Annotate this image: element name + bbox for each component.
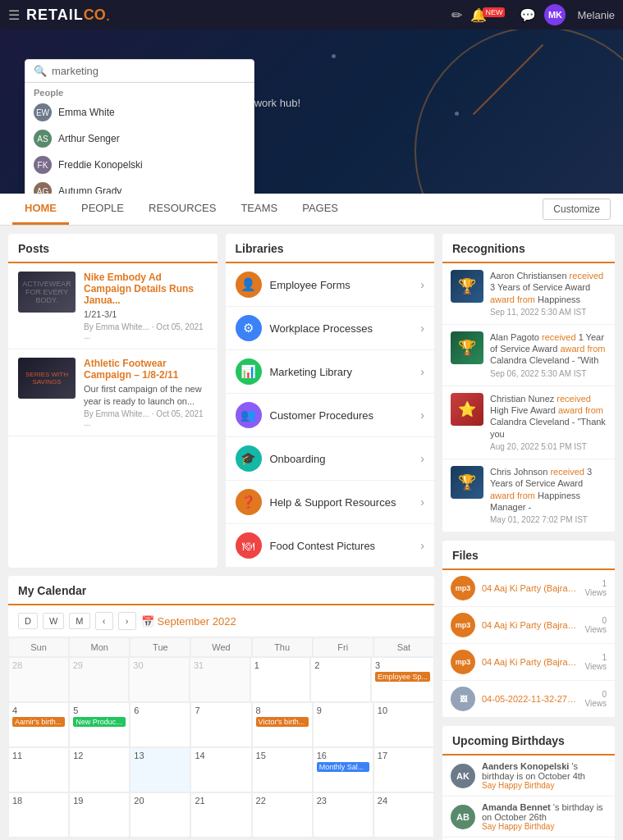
file-views-1: 1Views bbox=[585, 579, 607, 597]
rec-date-4: May 01, 2022 7:02 PM IST bbox=[490, 514, 607, 525]
post-item-1[interactable]: ACTIVEWEAR FOR EVERY BODY. Nike Embody A… bbox=[8, 263, 218, 349]
cal-cell[interactable]: 22 bbox=[252, 792, 313, 838]
tab-resources[interactable]: RESOURCES bbox=[136, 194, 228, 225]
file-item-4[interactable]: 🖼 04-05-2022-11-32-27.png 0Views bbox=[442, 681, 615, 718]
cal-cell[interactable]: 29 bbox=[69, 657, 130, 702]
cal-next-btn[interactable]: › bbox=[118, 612, 136, 630]
user-avatar[interactable]: MK bbox=[544, 4, 566, 25]
file-item-3[interactable]: mp3 04 Aaj Ki Party (Bajrangi Bhaijaan..… bbox=[442, 644, 615, 681]
lib-arrow: › bbox=[420, 322, 424, 335]
cell-num: 1 bbox=[254, 660, 259, 670]
lib-arrow: › bbox=[420, 365, 424, 378]
cal-cell[interactable]: 1 bbox=[250, 657, 311, 702]
cal-cell[interactable]: 16 Monthly Sal... bbox=[313, 747, 373, 792]
cal-cell[interactable]: 31 bbox=[190, 657, 250, 702]
cal-cell[interactable]: 19 bbox=[69, 792, 130, 838]
cell-num: 14 bbox=[195, 751, 204, 760]
search-person-arthur[interactable]: AS Arthur Senger bbox=[25, 126, 254, 152]
search-input[interactable] bbox=[52, 65, 245, 77]
file-views-4: 0Views bbox=[585, 690, 607, 708]
day-view-btn[interactable]: D bbox=[18, 613, 38, 629]
week-view-btn[interactable]: W bbox=[43, 613, 64, 629]
cal-cell[interactable]: 3 Employee Sp... bbox=[371, 657, 434, 702]
day-header-fri: Fri bbox=[313, 637, 373, 657]
tab-home[interactable]: HOME bbox=[12, 194, 69, 225]
chat-icon[interactable]: 💬 bbox=[520, 7, 536, 23]
lib-icon-workplace-processes: ⚙ bbox=[236, 315, 262, 341]
post-content-2: Athletic Footwear Campaign – 1/8-2/11 Ou… bbox=[84, 358, 208, 427]
cell-num: 23 bbox=[317, 796, 327, 806]
cell-num: 18 bbox=[12, 796, 22, 806]
rec-name: Chris Johnson bbox=[490, 467, 550, 477]
cal-cell[interactable]: 13 bbox=[130, 747, 190, 792]
cal-event[interactable]: New Produc... bbox=[73, 717, 126, 727]
month-view-btn[interactable]: M bbox=[69, 613, 89, 629]
cell-num: 2 bbox=[314, 660, 319, 670]
library-item-customer-procedures[interactable]: 👥 Customer Procedures › bbox=[226, 394, 435, 437]
search-person-emma[interactable]: EW Emma White bbox=[25, 99, 254, 126]
file-name-2: 04 Aaj Ki Party (Bajrangi Bhaijaan.... bbox=[482, 620, 579, 630]
calendar-week-4: 18 19 20 21 22 23 24 bbox=[8, 792, 434, 838]
cal-cell[interactable]: 8 Victor's birth... bbox=[252, 702, 313, 747]
cal-cell[interactable]: 2 bbox=[310, 657, 371, 702]
cal-event[interactable]: Aamir's birth... bbox=[12, 717, 65, 727]
new-badge: NEW bbox=[483, 7, 505, 17]
cal-cell[interactable]: 17 bbox=[373, 747, 434, 792]
cal-event[interactable]: Employee Sp... bbox=[375, 672, 430, 682]
day-header-sat: Sat bbox=[373, 637, 434, 657]
lib-label-workplace-processes: Workplace Processes bbox=[270, 322, 421, 335]
post-meta-2: By Emma White... · Oct 05, 2021 ... bbox=[84, 409, 208, 427]
library-item-workplace-processes[interactable]: ⚙ Workplace Processes › bbox=[226, 307, 435, 350]
recognitions-header: Recognitions bbox=[442, 234, 615, 263]
customize-button[interactable]: Customize bbox=[543, 199, 611, 220]
birthday-item-1: AK Aanders Konopelski 's birthday is on … bbox=[442, 756, 615, 797]
cal-cell[interactable]: 7 bbox=[190, 702, 251, 747]
library-item-help-support[interactable]: ❓ Help & Support Resources › bbox=[226, 481, 435, 524]
cal-cell[interactable]: 6 bbox=[130, 702, 190, 747]
cal-cell[interactable]: 23 bbox=[313, 792, 373, 838]
file-item-1[interactable]: mp3 04 Aaj Ki Party (Bajrangi Bhaijaan..… bbox=[442, 570, 615, 607]
edit-icon[interactable]: ✏ bbox=[451, 7, 462, 23]
tab-people[interactable]: PEOPLE bbox=[69, 194, 136, 225]
library-item-employee-forms[interactable]: 👤 Employee Forms › bbox=[226, 263, 435, 307]
cal-cell[interactable]: 11 bbox=[8, 747, 69, 792]
library-item-onboarding[interactable]: 🎓 Onboarding › bbox=[226, 437, 435, 481]
calendar-controls: D W M ‹ › 📅 September 2022 bbox=[8, 605, 434, 637]
cal-cell[interactable]: 5 New Produc... bbox=[69, 702, 130, 747]
cal-prev-btn[interactable]: ‹ bbox=[95, 612, 113, 630]
cal-cell[interactable]: 12 bbox=[69, 747, 130, 792]
bday-avatar-1: AK bbox=[451, 764, 475, 788]
rec-date-1: Sep 11, 2022 5:30 AM IST bbox=[490, 307, 607, 317]
search-person-freddie[interactable]: FK Freddie Konopelski bbox=[25, 152, 254, 178]
cal-cell[interactable]: 14 bbox=[190, 747, 251, 792]
search-person-autumn[interactable]: AG Autumn Grady bbox=[25, 178, 254, 194]
cal-cell[interactable]: 10 bbox=[373, 702, 434, 747]
library-item-marketing[interactable]: 📊 Marketing Library › bbox=[226, 350, 435, 394]
cal-cell[interactable]: 28 bbox=[8, 657, 69, 702]
hamburger-icon[interactable]: ☰ bbox=[8, 7, 20, 23]
cal-cell[interactable]: 4 Aamir's birth... bbox=[8, 702, 69, 747]
tab-teams[interactable]: TEAMS bbox=[228, 194, 290, 225]
cell-num: 9 bbox=[317, 705, 322, 715]
cal-cell[interactable]: 18 bbox=[8, 792, 69, 838]
post-item-2[interactable]: SERIES WITH SAVINGS Athletic Footwear Ca… bbox=[8, 349, 218, 436]
bday-link-2[interactable]: Say Happy Birthday bbox=[482, 822, 607, 831]
cal-cell[interactable]: 20 bbox=[130, 792, 190, 838]
tab-pages[interactable]: PAGES bbox=[290, 194, 350, 225]
birthdays-header: Upcoming Birthdays bbox=[442, 726, 615, 756]
cal-cell[interactable]: 9 bbox=[313, 702, 373, 747]
rec-source: Calandra Cleveland - "Thank you bbox=[490, 417, 606, 438]
cal-event[interactable]: Monthly Sal... bbox=[317, 762, 369, 772]
lib-icon-employee-forms: 👤 bbox=[236, 272, 262, 298]
cal-cell[interactable]: 21 bbox=[190, 792, 251, 838]
cal-cell[interactable]: 24 bbox=[373, 792, 434, 838]
library-item-food-contest[interactable]: 🍽 Food Contest Pictures › bbox=[226, 524, 435, 568]
cell-num: 4 bbox=[12, 705, 17, 715]
cal-cell[interactable]: 30 bbox=[129, 657, 190, 702]
lib-icon-onboarding: 🎓 bbox=[236, 445, 262, 472]
cal-event[interactable]: Victor's birth... bbox=[256, 717, 309, 727]
person-name: Arthur Senger bbox=[58, 133, 120, 144]
bday-link-1[interactable]: Say Happy Birthday bbox=[482, 781, 607, 790]
file-item-2[interactable]: mp3 04 Aaj Ki Party (Bajrangi Bhaijaan..… bbox=[442, 607, 615, 644]
cal-cell[interactable]: 15 bbox=[252, 747, 313, 792]
